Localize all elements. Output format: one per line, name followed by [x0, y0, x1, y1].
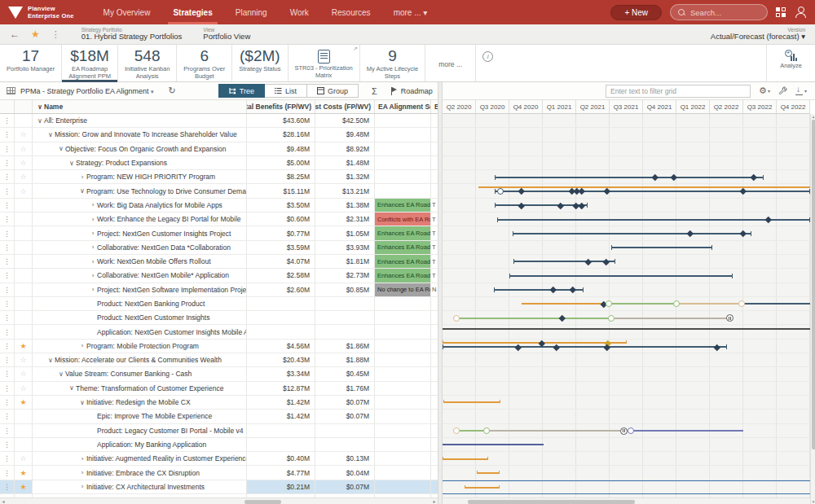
gantt-bar[interactable]	[443, 328, 810, 330]
gantt-bar[interactable]	[443, 346, 727, 348]
gantt-hscroll-thumb[interactable]	[468, 500, 635, 504]
view-button-group[interactable]: Group	[307, 84, 359, 98]
row-star-icon[interactable]	[15, 297, 33, 310]
milestone-ring-icon[interactable]	[497, 188, 504, 195]
search-input[interactable]	[690, 8, 760, 17]
dataset-selector[interactable]: PPMa - Strategy Portfolio EA Alignment ▾	[20, 87, 154, 95]
view-button-list[interactable]: List	[265, 84, 307, 98]
row-star-icon[interactable]: ☆	[15, 382, 33, 395]
row-star-icon[interactable]	[15, 226, 33, 239]
table-row[interactable]: ⋮Product: NextGen Banking Product	[0, 297, 438, 311]
gantt-bar[interactable]	[477, 472, 500, 474]
table-row[interactable]: ⋮Application: NextGen Customer Insights …	[0, 325, 438, 339]
expand-caret-icon[interactable]: ∨	[57, 145, 65, 152]
tools-wrench-icon[interactable]	[778, 86, 787, 95]
row-kebab-icon[interactable]: ⋮	[0, 170, 15, 183]
table-row[interactable]: ⋮Product: Legacy Customer BI Portal - Mo…	[0, 424, 438, 438]
export-download-icon[interactable]: ▾	[795, 86, 807, 95]
table-row[interactable]: ⋮›Work: Enhance the Legacy BI Portal for…	[0, 213, 438, 226]
milestone-diamond-icon[interactable]	[652, 174, 659, 181]
sum-button[interactable]: Σ	[372, 86, 377, 96]
milestone-diamond-icon[interactable]	[557, 202, 564, 208]
gantt-bar[interactable]	[513, 261, 615, 262]
milestone-diamond-icon[interactable]	[579, 202, 585, 208]
table-row[interactable]: ⋮∨All: Enterprise$43.60M$42.50M	[0, 114, 438, 128]
row-star-icon[interactable]: ☆	[15, 452, 33, 465]
expand-caret-icon[interactable]: ›	[78, 342, 86, 349]
table-row[interactable]: ⋮☆∨Program: Use Technology to Drive Cons…	[0, 184, 438, 198]
gantt-bar[interactable]	[478, 186, 810, 188]
settings-gear-icon[interactable]: ⚙▾	[759, 85, 770, 96]
gantt-bar[interactable]	[513, 233, 751, 234]
kpi-tile-8[interactable]: more ...	[425, 45, 476, 81]
table-row[interactable]: ⋮›Collaborative: NextGen Mobile* Applica…	[0, 269, 438, 283]
table-row[interactable]: ⋮☆∨Theme: Transformation of Customer Exp…	[0, 382, 438, 396]
ea2-column-header[interactable]: EA	[431, 100, 438, 113]
scroll-down-icon[interactable]: ▾	[811, 499, 815, 504]
table-row[interactable]: ⋮★›Initiative: CX Architectural Investme…	[0, 480, 438, 494]
gantt-horizontal-scrollbar[interactable]	[443, 497, 810, 504]
row-star-icon[interactable]	[15, 283, 33, 296]
milestone-ring-icon[interactable]	[453, 315, 460, 322]
row-star-icon[interactable]: ☆	[15, 156, 33, 169]
milestone-ring-icon[interactable]	[608, 315, 615, 322]
gantt-bar[interactable]	[458, 430, 487, 432]
row-kebab-icon[interactable]: ⋮	[0, 340, 15, 353]
table-row[interactable]: ⋮Product: NextGen Customer Insights	[0, 311, 438, 325]
milestone-diamond-icon[interactable]	[579, 188, 585, 195]
row-star-icon[interactable]: ★	[15, 480, 33, 493]
context-menu-icon[interactable]: ⋮	[51, 29, 60, 40]
collapse-all-icon[interactable]: ∨	[36, 103, 44, 111]
milestone-diamond-icon[interactable]	[515, 344, 522, 350]
costs-column-header[interactable]: Forecast Costs (FP/WV)	[315, 100, 375, 113]
gantt-vertical-scrollbar[interactable]: ▴ ▾	[810, 114, 815, 504]
milestone-diamond-icon[interactable]	[751, 174, 757, 181]
row-kebab-icon[interactable]: ⋮	[0, 199, 15, 212]
kpi-tile-1[interactable]: 17Portfolio Manager	[0, 45, 62, 81]
gantt-bar[interactable]	[676, 303, 742, 305]
row-kebab-icon[interactable]: ⋮	[0, 297, 15, 310]
favorite-star-icon[interactable]: ★	[31, 28, 40, 40]
row-kebab-icon[interactable]: ⋮	[0, 367, 15, 380]
gantt-bar[interactable]	[611, 318, 729, 319]
gantt-vscroll-thumb[interactable]	[812, 120, 815, 449]
milestone-ring-icon[interactable]	[673, 300, 680, 307]
milestone-diamond-icon[interactable]	[604, 188, 610, 195]
gantt-bar[interactable]	[465, 487, 500, 489]
expand-caret-icon[interactable]: ›	[89, 272, 97, 279]
kpi-tile-3[interactable]: 548Initiative Kanban Analysis	[118, 45, 177, 81]
row-star-icon[interactable]	[15, 410, 33, 423]
row-star-icon[interactable]: ☆	[15, 170, 33, 183]
row-star-icon[interactable]: ★	[15, 340, 33, 353]
row-star-icon[interactable]	[15, 199, 33, 212]
info-icon[interactable]: i	[482, 51, 493, 62]
gantt-bar[interactable]	[443, 458, 488, 460]
row-star-icon[interactable]: ☆	[15, 142, 33, 156]
nav-item-resources[interactable]: Resources	[320, 0, 382, 24]
grid-hscroll-thumb[interactable]	[244, 500, 281, 504]
row-kebab-icon[interactable]: ⋮	[0, 353, 15, 366]
expand-caret-icon[interactable]: ›	[89, 230, 97, 237]
milestone-diamond-icon[interactable]	[585, 259, 592, 265]
milestone-ring-icon[interactable]	[453, 427, 460, 434]
table-row[interactable]: ⋮★›Program: Mobile Protection Program$4.…	[0, 340, 438, 353]
gantt-bar[interactable]	[522, 303, 604, 305]
milestone-ring-icon[interactable]	[606, 300, 612, 307]
roadmap-toggle[interactable]: Roadmap	[390, 87, 433, 95]
milestone-diamond-icon[interactable]	[559, 315, 566, 322]
row-star-icon[interactable]	[15, 241, 33, 254]
row-kebab-icon[interactable]: ⋮	[0, 311, 15, 324]
nav-item-work[interactable]: Work	[279, 0, 320, 24]
expand-caret-icon[interactable]: ∨	[46, 131, 55, 138]
row-star-icon[interactable]: ☆	[15, 367, 33, 380]
milestone-ring-icon[interactable]	[628, 427, 634, 434]
milestone-diamond-icon[interactable]	[603, 259, 610, 265]
milestone-diamond-icon[interactable]	[570, 287, 576, 293]
row-kebab-icon[interactable]: ⋮	[0, 241, 15, 254]
milestone-ring-icon[interactable]	[483, 427, 490, 434]
global-search[interactable]	[670, 4, 768, 20]
gantt-bar[interactable]	[443, 342, 627, 344]
table-row[interactable]: ⋮Epic: Improve The Mobile Experience$1.4…	[0, 410, 438, 423]
row-kebab-icon[interactable]: ⋮	[0, 283, 15, 296]
gantt-bar[interactable]	[632, 430, 743, 432]
